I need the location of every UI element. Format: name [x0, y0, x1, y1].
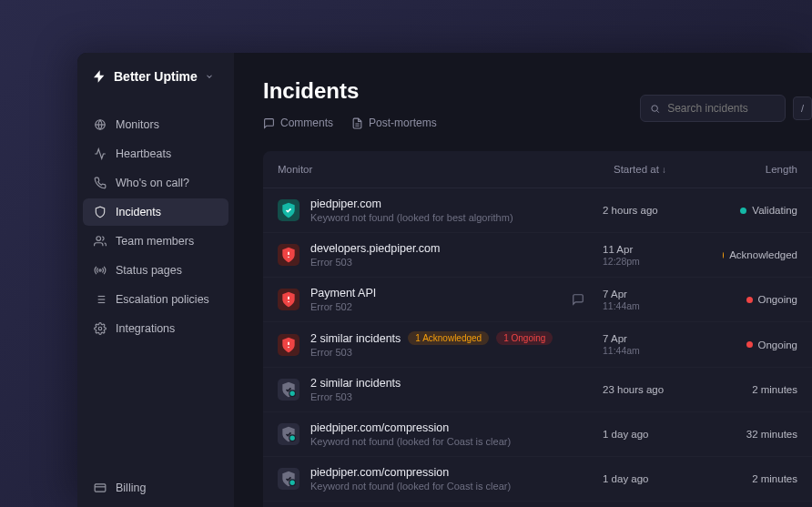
incident-subtitle: Keyword not found (looked for Coast is c…	[310, 436, 592, 447]
comment-icon	[263, 117, 275, 129]
sidebar-item-heartbeats[interactable]: Heartbeats	[83, 140, 228, 167]
incident-title: piedpiper.com/compression	[310, 421, 449, 434]
sidebar-footer: Billing	[77, 469, 234, 507]
incident-length: Acknowledged	[723, 249, 797, 260]
sidebar: Better Uptime MonitorsHeartbeatsWho's on…	[77, 53, 234, 507]
incident-started: 2 hours ago	[603, 205, 712, 216]
users-icon	[94, 235, 107, 248]
sidebar-item-billing[interactable]: Billing	[83, 474, 228, 502]
incident-title: 2 similar incidents	[310, 332, 401, 345]
status-dot	[746, 297, 753, 303]
incident-started: 1 day ago	[603, 429, 712, 440]
incident-row[interactable]: 2 similar incidents1 Acknowledged1 Ongoi…	[263, 322, 812, 368]
incident-row[interactable]: Payment API Error 502 7 Apr 11:44am Ongo…	[263, 278, 812, 322]
status-dot	[740, 208, 746, 214]
sidebar-item-team-members[interactable]: Team members	[83, 228, 228, 255]
sidebar-item-escalation-policies[interactable]: Escalation policies	[83, 286, 228, 313]
search-box[interactable]	[640, 95, 786, 122]
incident-info: 2 similar incidents Error 503	[310, 377, 592, 402]
incident-row[interactable]: piedpiper.com/compression Keyword not fo…	[263, 502, 812, 507]
phone-icon	[94, 177, 107, 189]
app-window: Better Uptime MonitorsHeartbeatsWho's on…	[77, 53, 812, 507]
sidebar-item-status-pages[interactable]: Status pages	[83, 257, 228, 284]
incident-row[interactable]: piedpiper.com/compression Keyword not fo…	[263, 457, 812, 502]
shield-icon	[278, 423, 299, 445]
incident-length: Validating	[723, 205, 797, 216]
svg-point-23	[289, 390, 296, 397]
tab-post-mortems[interactable]: Post-mortems	[351, 117, 437, 129]
svg-point-2	[96, 237, 101, 241]
search-area: /	[640, 95, 812, 122]
incident-length: 2 minutes	[723, 473, 797, 484]
svg-point-20	[288, 301, 289, 303]
page-header: Incidents CommentsPost-mortems /	[263, 78, 812, 129]
comment-icon	[572, 293, 584, 306]
brand-name: Better Uptime	[114, 69, 198, 84]
incident-subtitle: Error 502	[310, 301, 561, 312]
incident-info: piedpiper.com/compression Keyword not fo…	[310, 466, 592, 492]
incident-length: 32 minutes	[723, 429, 797, 440]
incident-info: Payment API Error 502	[310, 287, 561, 312]
sidebar-item-incidents[interactable]: Incidents	[83, 198, 228, 226]
incident-title: piedpiper.com	[310, 198, 381, 210]
svg-point-10	[98, 327, 102, 330]
incident-subtitle: Error 503	[310, 347, 592, 358]
incident-title: 2 similar incidents	[310, 377, 401, 390]
sidebar-item-label: Integrations	[116, 322, 175, 335]
col-started[interactable]: Started at↓	[614, 164, 723, 175]
tab-comments[interactable]: Comments	[263, 117, 333, 129]
incident-started: 11 Apr 12:28pm	[603, 244, 712, 267]
sidebar-item-monitors[interactable]: Monitors	[83, 111, 228, 138]
shield-icon	[278, 468, 299, 490]
shield-icon	[278, 199, 299, 221]
search-shortcut-key: /	[793, 96, 812, 120]
tab-label: Comments	[280, 117, 333, 129]
sidebar-item-label: Heartbeats	[116, 147, 171, 160]
incident-started: 1 day ago	[603, 473, 712, 484]
incident-info: piedpiper.com/compression Keyword not fo…	[310, 421, 592, 447]
incident-row[interactable]: piedpiper.com/compression Keyword not fo…	[263, 412, 812, 457]
sidebar-item-integrations[interactable]: Integrations	[83, 315, 228, 342]
svg-line-16	[657, 110, 659, 112]
col-length[interactable]: Length	[723, 164, 797, 175]
svg-point-18	[288, 257, 289, 259]
sidebar-item-label: Escalation policies	[116, 293, 209, 306]
bolt-icon	[92, 69, 107, 84]
incident-row[interactable]: developers.piedpiper.com Error 503 11 Ap…	[263, 233, 812, 278]
activity-icon	[94, 147, 107, 160]
tabs: CommentsPost-mortems	[263, 117, 437, 129]
incident-title: Payment API	[310, 287, 376, 299]
sidebar-item-label: Billing	[116, 482, 146, 494]
policy-icon	[94, 293, 107, 306]
incident-info: developers.piedpiper.com Error 503	[310, 242, 592, 268]
gear-icon	[94, 322, 107, 335]
svg-point-3	[99, 269, 101, 271]
incident-title: piedpiper.com/compression	[310, 466, 449, 479]
sidebar-item-label: Who's on call?	[116, 177, 189, 189]
main: Incidents CommentsPost-mortems / Monitor…	[234, 53, 812, 507]
search-input[interactable]	[667, 102, 776, 115]
status-dot	[723, 252, 724, 259]
incident-row[interactable]: piedpiper.com Keyword not found (looked …	[263, 188, 812, 233]
sort-arrow-icon: ↓	[662, 165, 666, 175]
sidebar-item-label: Monitors	[116, 118, 159, 131]
incident-started: 7 Apr 11:44am	[603, 333, 712, 356]
sidebar-nav: MonitorsHeartbeatsWho's on call?Incident…	[77, 106, 234, 469]
incident-row[interactable]: 2 similar incidents Error 503 23 hours a…	[263, 368, 812, 412]
incident-info: piedpiper.com Keyword not found (looked …	[310, 198, 592, 223]
incident-info: 2 similar incidents1 Acknowledged1 Ongoi…	[310, 331, 592, 358]
svg-point-24	[289, 435, 296, 441]
col-monitor[interactable]: Monitor	[278, 164, 614, 175]
incident-subtitle: Error 503	[310, 257, 592, 268]
sidebar-item-label: Incidents	[116, 206, 161, 218]
incidents-table: Monitor Started at↓ Length piedpiper.com…	[263, 151, 812, 507]
incident-length: 2 minutes	[723, 384, 797, 395]
status-pill: 1 Ongoing	[496, 331, 553, 345]
sidebar-item-who-s-on-call-[interactable]: Who's on call?	[83, 169, 228, 197]
brand[interactable]: Better Uptime	[77, 69, 234, 106]
svg-point-22	[288, 346, 289, 348]
incident-started: 7 Apr 11:44am	[603, 289, 712, 311]
card-icon	[94, 482, 107, 494]
shield-icon	[278, 244, 299, 266]
sidebar-item-label: Team members	[116, 235, 194, 248]
